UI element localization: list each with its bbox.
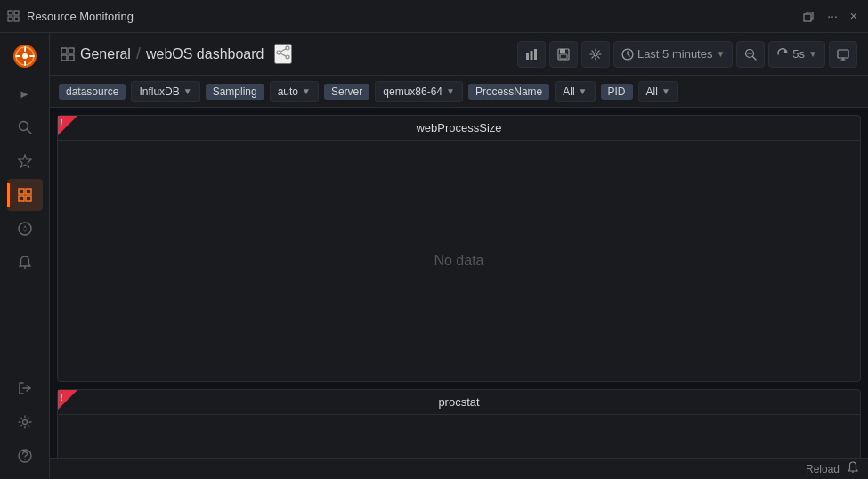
processname-value: All — [563, 85, 574, 98]
panel-2-title: procstat — [69, 395, 849, 409]
statusbar: Reload — [50, 458, 868, 479]
refresh-icon — [776, 48, 789, 61]
svg-rect-3 — [14, 17, 19, 21]
svg-point-26 — [24, 459, 26, 460]
pid-label: PID — [601, 84, 633, 100]
content: General / webOS dashboard — [50, 33, 868, 479]
panel-1-title: webProcessSize — [69, 121, 849, 134]
pid-dropdown[interactable]: All ▼ — [638, 81, 678, 102]
search-icon — [17, 119, 33, 135]
active-indicator — [7, 183, 10, 207]
panel-add-button[interactable] — [517, 41, 546, 68]
svg-rect-27 — [61, 48, 67, 53]
sidebar-item-explore[interactable] — [7, 213, 43, 245]
dashboard-name[interactable]: webOS dashboard — [146, 46, 264, 62]
signout-icon — [17, 380, 33, 396]
zoom-out-icon — [744, 48, 757, 61]
topbar: Resource Monitoring ··· × — [0, 0, 868, 33]
clock-icon — [621, 48, 634, 61]
panel-procstat: ! procstat — [57, 389, 861, 458]
svg-point-24 — [22, 420, 27, 425]
dashboard-grid-icon — [61, 47, 75, 61]
close-icon: × — [850, 9, 857, 23]
sampling-label: Sampling — [206, 84, 264, 100]
sidebar-item-dashboards[interactable] — [7, 179, 43, 211]
svg-marker-14 — [19, 155, 31, 167]
svg-rect-2 — [8, 17, 12, 21]
zoom-out-button[interactable] — [736, 41, 765, 68]
svg-point-31 — [286, 46, 289, 50]
sidebar-item-starred[interactable] — [7, 145, 43, 177]
refresh-rate-label: 5s — [792, 47, 805, 61]
time-range-label: Last 5 minutes — [637, 47, 713, 61]
svg-rect-16 — [26, 189, 31, 194]
svg-rect-18 — [26, 196, 31, 201]
filter-row: datasource InfluxDB ▼ Sampling auto ▼ Se… — [50, 76, 868, 108]
refresh-button[interactable]: 5s ▼ — [768, 41, 825, 68]
datasource-dropdown[interactable]: InfluxDB ▼ — [131, 81, 199, 102]
pid-value: All — [646, 85, 658, 98]
svg-marker-20 — [23, 225, 27, 229]
more-options-button[interactable]: ··· — [823, 7, 841, 25]
time-dropdown-chevron: ▼ — [716, 49, 725, 59]
processname-dropdown[interactable]: All ▼ — [555, 81, 595, 102]
server-value: qemux86-64 — [383, 85, 442, 98]
share-button[interactable] — [274, 44, 292, 64]
server-label: Server — [324, 84, 369, 100]
svg-rect-47 — [838, 50, 848, 58]
server-dropdown[interactable]: qemux86-64 ▼ — [375, 81, 463, 102]
tv-mode-button[interactable] — [829, 41, 857, 68]
sidebar-item-signout[interactable] — [7, 372, 43, 404]
dashboard-header: General / webOS dashboard — [50, 33, 868, 76]
svg-rect-36 — [526, 53, 529, 60]
compass-icon — [17, 221, 33, 237]
panel-error-icon-1: ! — [60, 118, 63, 128]
svg-rect-17 — [19, 196, 24, 201]
pid-chevron: ▼ — [661, 86, 670, 96]
datasource-value: InfluxDB — [139, 85, 179, 98]
time-range-button[interactable]: Last 5 minutes ▼ — [613, 41, 733, 68]
sidebar-item-settings[interactable] — [7, 406, 43, 438]
dashboards-icon — [17, 187, 33, 203]
help-icon — [17, 448, 33, 464]
topbar-title: Resource Monitoring — [27, 10, 792, 23]
sidebar-item-help[interactable] — [7, 440, 43, 472]
sidebar: ► — [0, 33, 50, 479]
share-icon — [276, 45, 290, 60]
close-tab-button[interactable]: × — [847, 7, 861, 25]
reload-button[interactable]: Reload — [806, 463, 840, 475]
svg-rect-4 — [804, 14, 811, 21]
sidebar-item-search[interactable] — [7, 111, 43, 143]
svg-rect-28 — [69, 48, 74, 53]
panels-area: ! webProcessSize No data ! procstat — [50, 108, 868, 458]
svg-line-34 — [280, 49, 286, 52]
grafana-logo[interactable] — [9, 40, 41, 72]
general-breadcrumb[interactable]: General — [80, 46, 131, 62]
panel-1-no-data: No data — [434, 253, 483, 269]
svg-point-33 — [286, 55, 289, 59]
topbar-actions: ··· × — [799, 7, 861, 25]
panel-2-header: procstat — [58, 390, 860, 415]
sampling-dropdown[interactable]: auto ▼ — [270, 81, 319, 102]
panel-1-header: webProcessSize — [58, 116, 860, 141]
window-icon — [7, 10, 20, 22]
server-chevron: ▼ — [446, 86, 455, 96]
svg-line-35 — [280, 53, 286, 56]
save-button[interactable] — [549, 41, 578, 68]
datasource-label: datasource — [59, 84, 126, 100]
svg-rect-29 — [61, 55, 67, 61]
panel-2-body — [58, 415, 860, 458]
toolbar: Last 5 minutes ▼ — [517, 41, 857, 68]
panel-webprocesssize: ! webProcessSize No data — [57, 115, 861, 382]
svg-point-19 — [19, 223, 31, 235]
sidebar-expand-button[interactable]: ► — [7, 77, 43, 110]
chevron-right-icon: ► — [19, 87, 30, 101]
sidebar-item-alerting[interactable] — [7, 247, 43, 279]
svg-marker-21 — [23, 229, 27, 232]
panel-1-body: No data — [58, 141, 860, 381]
sidebar-bottom — [7, 372, 43, 479]
bell-icon[interactable] — [847, 461, 859, 476]
settings-button[interactable] — [581, 41, 610, 68]
bar-chart-icon — [525, 48, 538, 61]
window-restore-button[interactable] — [799, 9, 818, 24]
